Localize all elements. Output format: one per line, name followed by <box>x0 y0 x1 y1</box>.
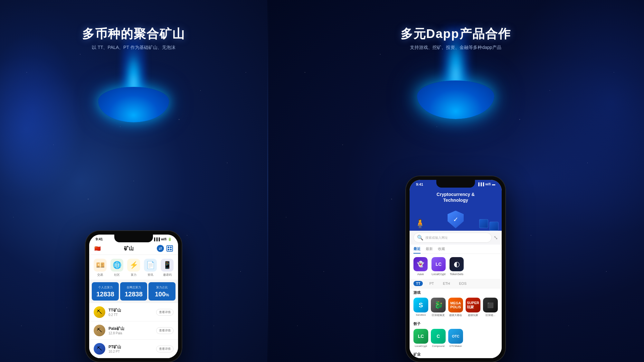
app-aave[interactable]: 👻 Aave <box>413 257 428 276</box>
tab-newest[interactable]: 最新 <box>426 246 433 254</box>
game-blockchain-dragon[interactable]: 🐉 区块链疯龙 <box>431 298 446 317</box>
menu-hashrate[interactable]: ⚡ 算力 <box>127 259 140 277</box>
tab-favorites[interactable]: 收藏 <box>438 246 445 254</box>
battery-right: ▬ <box>492 182 495 186</box>
cat-eos[interactable]: EOS <box>457 281 469 286</box>
phone-screen-left: 9:41 ▐▐▐ wifi 🔋 🇨🇳 矿山 ⇄ <box>89 235 178 358</box>
notch-right <box>436 180 475 188</box>
hashrate-label: 算力 <box>131 273 137 277</box>
mining-tt: ⛏ TT矿山 0.2 TT 查看详情 <box>89 303 178 321</box>
dice-localcrypt-icon: LC <box>413 329 428 344</box>
menu-community[interactable]: 🌐 社区 <box>110 259 123 277</box>
phone-frame-right: 9:41 ▐▐▐ wifi ▬ Cryptocurrency & Technol… <box>406 176 506 362</box>
games-section-title: 游戏 <box>410 288 502 296</box>
menu-trade[interactable]: 💴 交易 <box>94 259 107 277</box>
mining-pala: ⛏ Pala矿山 12.8 Pala 查看详情 <box>89 321 178 340</box>
pt-icon: ⛏ <box>94 343 105 355</box>
exchange-icon[interactable]: ⇄ <box>157 245 164 252</box>
app-localcrypt[interactable]: LC LocalCrypt <box>431 257 446 276</box>
cat-tt[interactable]: TT <box>413 281 423 286</box>
game-sandbox[interactable]: S Sandbox <box>413 298 428 317</box>
app-tokensets[interactable]: ◐ TokenSets <box>450 257 464 276</box>
phone-frame-left: 9:41 ▐▐▐ wifi 🔋 🇨🇳 矿山 ⇄ <box>85 231 182 362</box>
mining-pt: ⛏ PT矿山 10.2 PT 查看详情 <box>89 340 178 358</box>
dice-row: LC LocalCrypt C Compound OTC <box>410 328 502 350</box>
recent-apps: 👻 Aave LC LocalCrypt ◐ Tok <box>410 254 502 279</box>
blockchain2-icon: ⬛ <box>483 298 498 312</box>
dapp-title-line1: Cryptocurrency & <box>415 191 497 197</box>
pt-amount: 10.2 PT <box>109 350 156 353</box>
dice-compound-icon: C <box>431 329 446 344</box>
left-nav: 🇨🇳 矿山 ⇄ <box>89 242 178 255</box>
community-icon: 🌐 <box>113 261 121 269</box>
tt-icon-symbol: ⛏ <box>97 309 102 315</box>
invite-label: 邀请码 <box>163 273 172 277</box>
mining-section-title: 矿业 <box>410 350 502 358</box>
stat-ratio: 算力占比 100% <box>148 282 175 301</box>
stats-row: 个人总算力 12838 全网总算力 12838 算力占比 100% <box>89 280 178 303</box>
aave-icon: 👻 <box>413 257 428 271</box>
expand-icon[interactable]: ⤡ <box>494 235 498 241</box>
planet-right <box>404 48 507 119</box>
signal-icons-left: ▐▐▐ wifi 🔋 <box>153 237 172 241</box>
blocks-3d <box>479 219 498 231</box>
figure-icon: 🧍 <box>414 218 426 229</box>
tab-recent[interactable]: 最近 <box>413 246 421 254</box>
nav-icons: ⇄ <box>157 245 173 252</box>
planet-left <box>85 58 182 122</box>
blockchain-dragon-label: 区块链疯龙 <box>432 313 445 317</box>
scan-icon[interactable] <box>166 245 173 252</box>
block-2 <box>489 222 498 231</box>
pala-icon-symbol: ⛏ <box>97 328 102 333</box>
game-megapolis[interactable]: MEGAPOLIS 超级大都会 <box>448 298 463 317</box>
dice-otcmaker[interactable]: OTC OTCMaker <box>448 329 463 348</box>
left-panel: 多币种的聚合矿山 以 TT、PALA、PT 作为基础矿山、无泡沫 9:41 ▐▐… <box>0 0 267 362</box>
invite-icon: 📱 <box>163 261 172 269</box>
hashrate-icon: ⚡ <box>129 261 138 269</box>
cat-pt[interactable]: PT <box>427 281 436 286</box>
left-title: 多币种的聚合矿山 <box>82 26 185 42</box>
tt-amount: 0.2 TT <box>109 313 156 317</box>
stat-personal-value: 12838 <box>94 291 117 297</box>
stat-personal-label: 个人总算力 <box>94 285 117 290</box>
percent-sign: % <box>166 293 169 297</box>
dice-compound[interactable]: C Compound <box>431 329 446 348</box>
dice-otcmaker-label: OTCMaker <box>449 345 462 348</box>
superplayer-icon: SUPER玩家 <box>466 298 480 312</box>
phone-right: 9:41 ▐▐▐ wifi ▬ Cryptocurrency & Technol… <box>406 176 506 362</box>
menu-news[interactable]: 📄 资讯 <box>144 259 157 277</box>
community-label: 社区 <box>114 273 120 277</box>
menu-invite[interactable]: 📱 邀请码 <box>161 259 174 277</box>
pt-info: PT矿山 10.2 PT <box>109 344 156 353</box>
aave-label: Aave <box>417 273 424 276</box>
dice-localcrypt[interactable]: LC LocalCrypt <box>413 329 428 348</box>
time-left: 9:41 <box>96 237 103 241</box>
left-heading-block: 多币种的聚合矿山 以 TT、PALA、PT 作为基础矿山、无泡沫 <box>82 26 185 51</box>
stat-network-value: 12838 <box>122 291 145 297</box>
game-superplayer[interactable]: SUPER玩家 超级玩家 <box>466 298 480 317</box>
tt-detail-btn[interactable]: 查看详情 <box>156 309 174 316</box>
pala-info: Pala矿山 12.8 Pala <box>109 326 156 335</box>
signal-icon: ▐▐▐ <box>153 237 160 241</box>
trade-icon: 💴 <box>96 261 105 269</box>
sandbox-label: Sandbox <box>416 313 426 316</box>
category-tabs: TT PT ETH EOS <box>410 279 502 288</box>
stat-personal: 个人总算力 12838 <box>92 282 119 301</box>
pala-detail-btn[interactable]: 查看详情 <box>156 327 174 334</box>
games-row: S Sandbox 🐉 区块链疯龙 MEGAPOLIS <box>410 296 502 320</box>
search-box[interactable]: 🔍 搜索或输入网址 <box>413 233 492 243</box>
menu-row: 💴 交易 🌐 社区 ⚡ 算力 <box>89 255 178 280</box>
search-icon: 🔍 <box>417 235 423 241</box>
cat-eth[interactable]: ETH <box>440 281 453 286</box>
blockchain2-label: 区块链... <box>486 313 496 317</box>
dapp-title-line2: Technology <box>415 197 497 203</box>
pt-detail-btn[interactable]: 查看详情 <box>156 346 174 352</box>
game-blockchain2[interactable]: ⬛ 区块链... <box>483 298 498 317</box>
right-title: 多元Dapp产品合作 <box>401 26 511 42</box>
superplayer-label: 超级玩家 <box>468 313 478 317</box>
shield-icon: ✓ <box>448 211 464 228</box>
pt-name: PT矿山 <box>109 344 156 350</box>
localcrypt-icon: LC <box>431 257 446 271</box>
dapp-header: Cryptocurrency & Technology <box>410 188 502 208</box>
dice-compound-label: Compound <box>432 345 444 348</box>
